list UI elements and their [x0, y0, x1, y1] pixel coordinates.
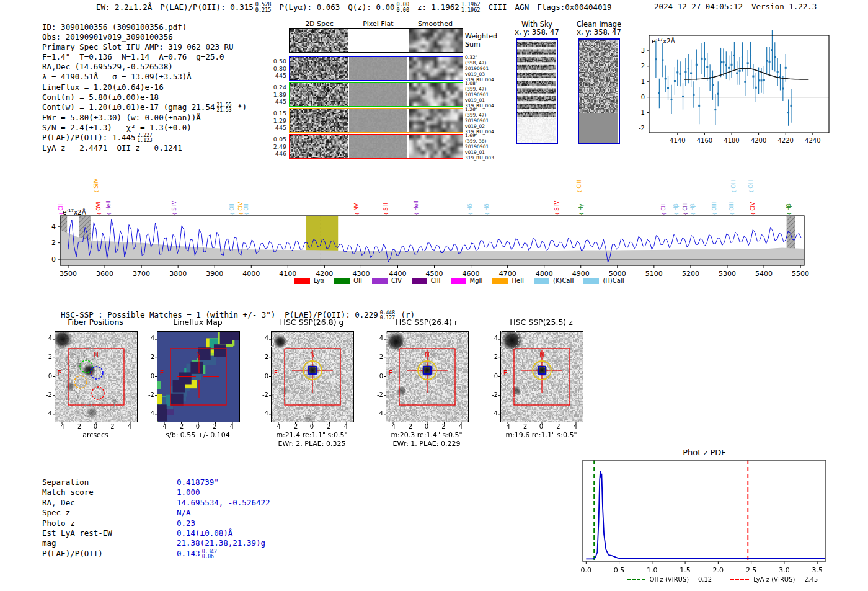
svg-text:2.5: 2.5: [746, 566, 757, 574]
spec2d-pixelflat-cell: [349, 109, 408, 132]
line-id-label: SiIV: [94, 179, 99, 193]
cutout-y-tick: 2: [141, 353, 154, 360]
cutout-x-tick: 0: [304, 423, 319, 430]
cutout-x-tick: -4: [270, 423, 285, 430]
svg-text:4140: 4140: [670, 137, 685, 144]
svg-text:2.0: 2.0: [713, 566, 724, 574]
cutout-x-tick: 4: [122, 423, 137, 430]
weighted-sum-label: WeightedSum: [465, 32, 497, 48]
match-table-value: N/A: [177, 508, 191, 518]
cutout-x-tick: 4: [339, 423, 353, 430]
cutout-title: Lineflux Map: [137, 318, 259, 327]
match-table-value: 0.23: [177, 518, 195, 528]
line-id-label: OIII: [712, 202, 717, 215]
line-id-label: OVI: [96, 202, 102, 215]
cutout-x-tick: 0: [88, 423, 103, 430]
match-table-row: RA, Dec14.695534, -0.526422: [42, 498, 112, 508]
match-table-label: P(LAE)/P(OII): [42, 549, 103, 558]
svg-text:0.5: 0.5: [614, 566, 625, 574]
cutout-x-tick: 4: [453, 423, 468, 430]
cutout-y-tick: -2: [484, 391, 498, 398]
with-sky-title: With Skyx, y: 358, 47: [506, 20, 568, 37]
cutout-image: NE: [500, 331, 583, 422]
match-table-value: 1.000: [177, 487, 200, 497]
cutout-x-tick: -4: [500, 423, 515, 430]
legend-swatch: [372, 278, 388, 284]
spectrum-units-label: e-17x2Å: [63, 208, 87, 216]
svg-text:4240: 4240: [805, 137, 820, 144]
cutout-x-tick: 0: [419, 423, 434, 430]
info-line: Cont(n) = 5.80(±0.00)e-18: [42, 92, 247, 102]
info-line: P(LAE)/P(OII): 1.4452.2271.123: [42, 133, 247, 143]
header-plae-range: 0.5280.215: [255, 2, 272, 12]
line-id-label: OII: [229, 203, 235, 215]
cutout-annotations: NE: [386, 332, 468, 422]
cutout-y-tick: 4: [38, 335, 52, 342]
cutout-xlabel: s/b: 0.55 +/- 0.104: [137, 431, 259, 439]
catalog-match-table: Separation0.418739"Match score1.000RA, D…: [42, 478, 112, 559]
cutout-y-tick: -4: [38, 410, 52, 417]
compass-east: E: [160, 370, 164, 376]
cutout-image: NE: [157, 331, 240, 422]
spec2d-smoothed-cell: [409, 109, 463, 132]
spec2d-smoothed-cell: [409, 29, 463, 52]
legend-swatch: [451, 278, 466, 284]
spectrum-x-tick: 5200: [682, 270, 699, 278]
catalog-position-box: [423, 367, 431, 374]
cutout-y-tick: -4: [484, 410, 498, 417]
fiber-circle: [92, 387, 104, 399]
cutout-panel-hscr: HSC SSP(26.4) rNE420-2-4-4-2024m:20.3 re…: [366, 318, 487, 444]
line-id-label: Hδ: [484, 203, 490, 215]
cutout-y-tick: 0: [141, 373, 154, 380]
line-id-label: Hβ: [786, 203, 792, 215]
line-id-label: SiII: [383, 203, 389, 215]
cutout-xlabel: m:20.3 re:1.4" s:0.5": [366, 431, 487, 439]
svg-text:-1: -1: [639, 109, 645, 116]
line-id-label: Hδ: [467, 203, 473, 215]
svg-text:3.5: 3.5: [812, 566, 823, 574]
header-qz: Q(z): 0.00: [348, 2, 394, 12]
cutout-xlabel2: EWr: 2. PLAE: 0.325: [251, 440, 373, 448]
line-id-label: CIII: [683, 202, 688, 215]
match-table-label: Spec z: [42, 508, 70, 517]
legend-swatch: [534, 278, 549, 284]
cutout-x-tick: -4: [54, 423, 69, 430]
cutout-x-tick: -2: [288, 423, 303, 430]
match-table-value: 0.1430.3420.06: [177, 549, 217, 559]
cutout-image: NE+: [55, 331, 138, 422]
header-ew: EW: 2.2±1.2Å: [96, 2, 152, 12]
spec2d-exposure-row: [289, 56, 463, 81]
cutout-x-tick: 2: [322, 423, 337, 430]
detection-info-block: ID: 3090100356 (3090100356.pdf)Obs: 2019…: [42, 22, 247, 153]
line-id-label: OII: [244, 203, 249, 215]
cutout-y-tick: 0: [255, 373, 268, 380]
line-id-label: HeII: [106, 200, 112, 215]
compass-east: E: [389, 370, 392, 376]
info-line: LineFlux = 1.20(±0.64)e-16: [42, 82, 247, 92]
report-datetime: 2024-12-27 04:05:12: [654, 2, 743, 11]
spectrum-x-tick: 3700: [133, 270, 150, 278]
cutout-x-tick: 2: [551, 423, 566, 430]
match-table-row: mag21.38(21.38,21.39)g: [42, 538, 112, 548]
legend-swatch: [334, 278, 350, 284]
line-fit-plot: 414041604180420042204240-2-10123e-17x2Å: [632, 31, 834, 146]
line-id-label: CIII: [577, 180, 582, 193]
match-table-label: Separation: [42, 478, 89, 487]
match-table-value: 21.38(21.38,21.39)g: [177, 538, 265, 548]
legend-swatch: [412, 278, 427, 284]
info-line: Primary Spec_Slot_IFU_AMP: 319_062_023_R…: [42, 42, 247, 52]
header-stats-line: EW: 2.2±1.2ÅP(LAE)/P(OII): 0.3150.5280.2…: [96, 2, 620, 12]
info-line: F=1.4" T=0.136 N=1.14 A=0.76 g=25.0: [42, 52, 247, 62]
cutout-y-tick: -2: [38, 391, 52, 398]
legend-item: MgII: [451, 277, 483, 284]
cutout-title: HSC SSP(26.4) r: [366, 318, 487, 327]
match-table-row: Spec zN/A: [42, 508, 112, 518]
cutout-y-tick: 2: [38, 353, 52, 360]
cutout-x-tick: 4: [568, 423, 583, 430]
spectrum-y-tick: 2: [51, 239, 56, 247]
cutout-x-tick: -2: [517, 423, 532, 430]
svg-text:1: 1: [641, 78, 645, 85]
legend-item: CIV: [372, 277, 402, 284]
cutout-y-tick: 4: [484, 335, 498, 342]
fiber-circle: [102, 398, 115, 410]
